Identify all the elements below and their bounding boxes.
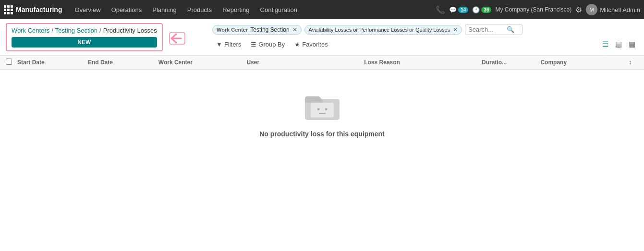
company-name: My Company (San Francisco) xyxy=(495,6,571,13)
user-name: Mitchell Admin xyxy=(600,6,640,13)
group-icon: ☰ xyxy=(251,41,256,48)
breadcrumb-container: Work Centers / Testing Section / Product… xyxy=(6,23,163,51)
search-icon[interactable]: 🔍 xyxy=(507,26,514,33)
work-center-filter: Work Center Testing Section ✕ xyxy=(212,25,302,35)
list-view-button[interactable]: ☰ xyxy=(599,38,611,50)
message-count: 14 xyxy=(458,7,468,13)
col-loss-reason[interactable]: Loss Reason xyxy=(364,59,482,66)
group-by-label: Group By xyxy=(258,41,285,48)
breadcrumb: Work Centers / Testing Section / Product… xyxy=(12,27,157,34)
breadcrumb-work-centers[interactable]: Work Centers xyxy=(12,27,49,34)
search-input[interactable] xyxy=(468,26,507,33)
col-start-date[interactable]: Start Date xyxy=(17,59,88,66)
col-user[interactable]: User xyxy=(246,59,364,66)
clock-icon: 🕐 xyxy=(472,6,480,13)
col-sort: ↕ xyxy=(629,59,638,66)
topnav-right: 📞 💬 14 🕐 36 My Company (San Francisco) ⚙… xyxy=(436,4,640,15)
svg-point-3 xyxy=(317,108,319,110)
search-box[interactable]: 🔍 xyxy=(465,24,522,35)
col-company[interactable]: Company xyxy=(540,59,629,66)
svg-rect-2 xyxy=(311,103,334,117)
work-center-label: Work Center xyxy=(217,27,248,33)
chat-icon: 💬 xyxy=(449,6,457,13)
table-header: Start Date End Date Work Center User Los… xyxy=(0,56,644,70)
messages-button[interactable]: 💬 14 xyxy=(449,6,468,13)
menu-overview[interactable]: Overview xyxy=(70,4,105,15)
loss-filter-close[interactable]: ✕ xyxy=(453,26,458,33)
col-checkbox xyxy=(6,59,17,66)
loss-filter-value: Availability Losses or Performance Losse… xyxy=(309,27,450,33)
settings-icon[interactable]: ⚙ xyxy=(575,5,582,14)
favorites-label: Favorites xyxy=(302,41,328,48)
chart-view-button[interactable]: ▤ xyxy=(612,38,625,50)
group-by-button[interactable]: ☰ Group By xyxy=(247,39,289,49)
breadcrumb-current: Productivity Losses xyxy=(103,27,157,34)
col-duration[interactable]: Duratio... xyxy=(482,59,540,66)
empty-state: No productivity loss for this equipment xyxy=(0,70,644,157)
filters-button[interactable]: ▼ Filters xyxy=(212,39,245,49)
menu-configuration[interactable]: Configuration xyxy=(255,4,302,15)
filters-label: Filters xyxy=(224,41,241,48)
empty-folder-icon xyxy=(303,89,341,122)
filter-icon: ▼ xyxy=(216,41,222,48)
app-name: Manufacturing xyxy=(16,6,62,13)
breadcrumb-sep-2: / xyxy=(99,27,101,34)
col-end-date[interactable]: End Date xyxy=(88,59,158,66)
favorites-button[interactable]: ★ Favorites xyxy=(291,39,331,49)
star-icon: ★ xyxy=(294,41,300,48)
grid-icon[interactable] xyxy=(4,5,13,14)
top-navigation: Manufacturing Overview Operations Planni… xyxy=(0,0,644,19)
phone-icon[interactable]: 📞 xyxy=(436,5,445,14)
empty-message: No productivity loss for this equipment xyxy=(259,130,385,138)
breadcrumb-sep-1: / xyxy=(51,27,53,34)
col-work-center[interactable]: Work Center xyxy=(158,59,247,66)
grid-view-button[interactable]: ▦ xyxy=(626,38,638,50)
menu-operations[interactable]: Operations xyxy=(107,4,147,15)
loss-filter: Availability Losses or Performance Losse… xyxy=(304,25,462,35)
select-all-checkbox[interactable] xyxy=(6,59,12,65)
work-center-close[interactable]: ✕ xyxy=(292,26,297,33)
app-logo[interactable]: Manufacturing xyxy=(4,5,66,14)
user-menu[interactable]: M Mitchell Admin xyxy=(586,4,640,15)
activity-count: 36 xyxy=(481,7,491,13)
back-arrow[interactable] xyxy=(168,31,187,46)
view-switcher: ☰ ▤ ▦ xyxy=(599,38,638,50)
menu-planning[interactable]: Planning xyxy=(147,4,182,15)
work-center-value: Testing Section xyxy=(250,26,289,33)
menu-products[interactable]: Products xyxy=(182,4,217,15)
menu-reporting[interactable]: Reporting xyxy=(218,4,254,15)
new-button[interactable]: NEW xyxy=(12,37,157,48)
main-menu: Overview Operations Planning Products Re… xyxy=(70,4,434,15)
activities-button[interactable]: 🕐 36 xyxy=(472,6,491,13)
svg-point-4 xyxy=(325,108,327,110)
breadcrumb-testing-section[interactable]: Testing Section xyxy=(55,27,97,34)
user-avatar: M xyxy=(586,4,597,15)
